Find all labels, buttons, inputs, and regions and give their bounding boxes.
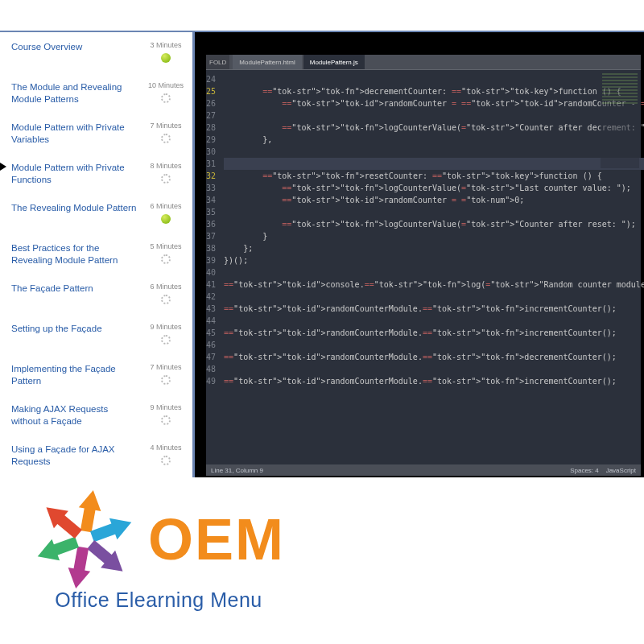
status-loading-icon [161, 375, 171, 385]
code-line[interactable]: =="tok-str">"tok-id">console.=="tok-str"… [224, 279, 644, 291]
oem-subtitle: Office Elearning Menu [55, 588, 262, 612]
status-loading-icon [161, 456, 171, 465]
lesson-title[interactable]: Module Pattern with Private Variables [11, 122, 144, 146]
cursor-position: Line 31, Column 9 [211, 467, 263, 474]
lesson-item[interactable]: Module Pattern with Private Variables7 M… [11, 116, 188, 156]
video-viewport[interactable]: FOLD ModulePattern.htmlModulePattern.js … [195, 32, 644, 477]
lesson-duration: 9 Minutes [144, 323, 188, 331]
code-line[interactable]: }, [224, 134, 644, 146]
editor-statusbar: Line 31, Column 9 Spaces: 4 JavaScript [206, 464, 641, 476]
code-line[interactable]: })(); [224, 254, 644, 266]
code-line[interactable] [224, 339, 644, 351]
code-editor[interactable]: 2425262728293031323334353637383940414243… [206, 69, 641, 464]
code-line[interactable]: =="tok-str">"tok-fn">logCounterValue(="t… [224, 182, 644, 194]
lesson-meta: 9 Minutes [144, 403, 188, 428]
minimap[interactable] [601, 72, 639, 168]
lesson-meta: 5 Minutes [144, 242, 188, 267]
code-line[interactable]: =="tok-str">"tok-id">randomCounterModule… [224, 303, 644, 315]
lesson-title[interactable]: Implementing the Façade Pattern [11, 363, 144, 387]
lesson-item[interactable]: Course Overview3 Minutes [11, 35, 188, 76]
lesson-meta: 9 Minutes [144, 323, 188, 348]
lesson-meta: 10 Minutes [144, 81, 188, 106]
lesson-meta: 4 Minutes [144, 444, 188, 469]
code-line[interactable] [224, 363, 644, 375]
status-complete-icon [161, 214, 171, 224]
editor-tab[interactable]: ModulePattern.html [233, 55, 301, 69]
lesson-item[interactable]: The Façade Pattern6 Minutes [11, 277, 188, 317]
lesson-meta: 3 Minutes [144, 41, 188, 66]
editor-tab[interactable]: ModulePattern.js [303, 55, 365, 69]
lesson-item[interactable]: Implementing the Façade Pattern7 Minutes [11, 357, 188, 398]
code-line[interactable] [224, 158, 644, 170]
code-line[interactable]: } [224, 230, 644, 242]
editor-tabbar: FOLD ModulePattern.htmlModulePattern.js [206, 55, 641, 69]
code-line[interactable] [224, 73, 644, 85]
code-line[interactable] [224, 146, 644, 158]
lesson-meta: 6 Minutes [144, 202, 188, 227]
line-gutter: 2425262728293031323334353637383940414243… [206, 70, 221, 464]
code-line[interactable] [224, 291, 644, 303]
code-line[interactable] [224, 206, 644, 218]
code-line[interactable] [224, 109, 644, 122]
status-loading-icon [161, 134, 171, 143]
code-line[interactable]: =="tok-str">"tok-id">randomCounterModule… [224, 351, 644, 363]
code-line[interactable]: =="tok-str">"tok-fn">logCounterValue(="t… [224, 218, 644, 230]
language-mode[interactable]: JavaScript [606, 467, 636, 474]
code-line[interactable] [224, 266, 644, 279]
elearning-player: Course Overview3 MinutesThe Module and R… [0, 31, 644, 477]
lesson-duration: 10 Minutes [144, 81, 188, 89]
oem-wordmark: OEM [148, 506, 285, 572]
code-line[interactable]: =="tok-str">"tok-fn">decrementCounter: =… [224, 85, 644, 97]
lesson-item[interactable]: Best Practices for the Revealing Module … [11, 237, 188, 277]
lesson-duration: 7 Minutes [144, 363, 188, 371]
lesson-item[interactable]: The Module and Revealing Module Patterns… [11, 76, 188, 116]
code-line[interactable]: =="tok-str">"tok-id">randomCounter = ="t… [224, 194, 644, 206]
status-complete-icon [161, 53, 171, 63]
lesson-duration: 3 Minutes [144, 41, 188, 49]
lesson-duration: 9 Minutes [144, 403, 188, 411]
status-loading-icon [161, 295, 171, 304]
lesson-list: Course Overview3 MinutesThe Module and R… [0, 32, 195, 477]
code-line[interactable]: =="tok-str">"tok-id">randomCounterModule… [224, 375, 644, 387]
status-loading-icon [161, 415, 171, 425]
lesson-item[interactable]: Making AJAX Requests without a Façade9 M… [11, 398, 188, 438]
lesson-meta: 7 Minutes [144, 122, 188, 147]
lesson-item[interactable]: Module Pattern with Private Functions8 M… [11, 156, 188, 196]
lesson-item[interactable]: The Revealing Module Pattern6 Minutes [11, 196, 188, 237]
current-lesson-marker-icon [0, 163, 6, 171]
code-line[interactable]: =="tok-str">"tok-id">randomCounter = =="… [224, 97, 644, 109]
lesson-title[interactable]: Module Pattern with Private Functions [11, 162, 144, 186]
status-loading-icon [161, 174, 171, 184]
lesson-meta: 7 Minutes [144, 363, 188, 388]
lesson-duration: 4 Minutes [144, 444, 188, 452]
lesson-duration: 7 Minutes [144, 122, 188, 130]
oem-logo-icon [32, 487, 137, 592]
lesson-duration: 8 Minutes [144, 162, 188, 170]
lesson-title[interactable]: The Revealing Module Pattern [11, 202, 144, 214]
lesson-duration: 6 Minutes [144, 283, 188, 291]
lesson-item[interactable]: Setting up the Façade9 Minutes [11, 317, 188, 357]
code-line[interactable]: =="tok-str">"tok-fn">logCounterValue(="t… [224, 122, 644, 134]
oem-branding: OEM Office Elearning Menu [32, 487, 285, 612]
indent-setting[interactable]: Spaces: 4 [570, 467, 599, 474]
code-line[interactable]: =="tok-str">"tok-fn">resetCounter: =="to… [224, 170, 644, 182]
lesson-meta: 8 Minutes [144, 162, 188, 187]
lesson-item[interactable]: Using a Façade for AJAX Requests4 Minute… [11, 438, 188, 477]
lesson-title[interactable]: Setting up the Façade [11, 323, 144, 335]
lesson-title[interactable]: Best Practices for the Revealing Module … [11, 242, 144, 266]
statusbar-right: Spaces: 4 JavaScript [570, 467, 636, 474]
lesson-duration: 5 Minutes [144, 242, 188, 250]
code-line[interactable]: }; [224, 242, 644, 254]
lesson-meta: 6 Minutes [144, 283, 188, 308]
status-loading-icon [161, 335, 171, 345]
code-line[interactable] [224, 315, 644, 327]
status-loading-icon [161, 93, 171, 103]
lesson-title[interactable]: The Module and Revealing Module Patterns [11, 81, 144, 105]
code-column[interactable]: =="tok-str">"tok-fn">decrementCounter: =… [221, 70, 644, 464]
lesson-title[interactable]: The Façade Pattern [11, 283, 144, 295]
lesson-title[interactable]: Making AJAX Requests without a Façade [11, 403, 144, 427]
folder-label[interactable]: FOLD [206, 55, 229, 69]
lesson-title[interactable]: Course Overview [11, 41, 144, 53]
lesson-title[interactable]: Using a Façade for AJAX Requests [11, 444, 144, 468]
code-line[interactable]: =="tok-str">"tok-id">randomCounterModule… [224, 327, 644, 339]
